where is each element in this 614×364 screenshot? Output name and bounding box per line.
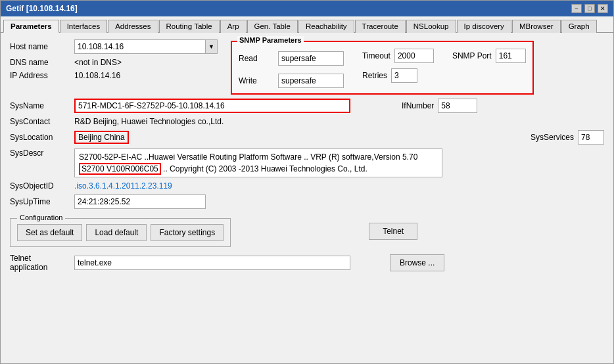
sysdescr-label: SysDescr xyxy=(10,148,69,158)
ifnumber-input[interactable] xyxy=(438,99,477,113)
ipaddress-row: IP Address 10.108.14.16 xyxy=(10,71,218,80)
window-title: Getif [10.108.14.16] xyxy=(6,4,78,13)
snmp-write-input[interactable] xyxy=(278,74,344,88)
syslocation-value: Beijing China xyxy=(74,131,129,144)
syscontact-label: SysContact xyxy=(10,117,69,126)
retries-row: Retries xyxy=(362,68,434,83)
telnet-app-input[interactable] xyxy=(74,256,350,270)
sysservices-input[interactable] xyxy=(578,130,604,145)
snmp-write-row: Write xyxy=(239,74,344,88)
retries-label: Retries xyxy=(362,71,387,80)
main-window: Getif [10.108.14.16] − □ ✕ Parameters In… xyxy=(0,0,614,364)
retries-input[interactable] xyxy=(391,68,417,83)
ipaddress-label: IP Address xyxy=(10,71,69,80)
sysname-input[interactable] xyxy=(74,99,350,113)
sysobjectid-label: SysObjectID xyxy=(10,181,69,191)
snmp-group: SNMP Parameters Read Write xyxy=(231,41,534,95)
dnsname-label: DNS name xyxy=(10,58,69,67)
tab-nslookup[interactable]: NSLookup xyxy=(406,20,456,33)
config-section: Configuration Set as default Load defaul… xyxy=(10,216,604,247)
sysservices-section: SysServices xyxy=(531,130,604,145)
timeout-row: Timeout xyxy=(362,49,434,63)
telnet-app-label: Telnet application xyxy=(10,254,69,272)
left-params: Host name ▼ DNS name <not in DNS> IP Add… xyxy=(10,39,218,80)
syslocation-row: SysLocation Beijing China SysServices xyxy=(10,130,604,145)
sysobjectid-row: SysObjectID .iso.3.6.1.4.1.2011.2.23.119 xyxy=(10,181,604,191)
sysdescr-highlight: S2700 V100R006C05 xyxy=(79,163,161,175)
config-group: Configuration Set as default Load defaul… xyxy=(10,218,231,247)
hostname-label: Host name xyxy=(10,42,69,51)
ifnumber-label: IfNumber xyxy=(402,101,434,110)
window-controls: − □ ✕ xyxy=(571,4,608,13)
config-group-title: Configuration xyxy=(17,214,65,221)
set-default-button[interactable]: Set as default xyxy=(17,224,82,241)
top-params-section: Host name ▼ DNS name <not in DNS> IP Add… xyxy=(10,39,604,95)
ifnumber-section: IfNumber xyxy=(382,99,477,113)
sysobjectid-link[interactable]: .iso.3.6.1.4.1.2011.2.23.119 xyxy=(74,181,172,191)
sysname-row: SysName IfNumber xyxy=(10,99,604,113)
tab-traceroute[interactable]: Traceroute xyxy=(355,20,406,33)
dnsname-row: DNS name <not in DNS> xyxy=(10,58,218,67)
load-default-button[interactable]: Load default xyxy=(86,224,147,241)
tabs-bar: Parameters Interfaces Addresses Routing … xyxy=(1,16,613,33)
sysname-label: SysName xyxy=(10,101,69,110)
snmpport-section: SNMP Port xyxy=(452,49,526,63)
telnet-application-row: Telnet application Browse ... xyxy=(10,254,604,272)
tab-ip-discovery[interactable]: Ip discovery xyxy=(457,20,511,33)
timeout-retries-section: Timeout Retries xyxy=(362,49,434,83)
minimize-button[interactable]: − xyxy=(571,4,582,13)
tab-arp[interactable]: Arp xyxy=(220,20,247,33)
tab-mbrowser[interactable]: MBrowser xyxy=(512,20,561,33)
sysservices-label: SysServices xyxy=(531,133,574,142)
tab-interfaces[interactable]: Interfaces xyxy=(60,20,108,33)
factory-settings-button[interactable]: Factory settings xyxy=(151,224,224,241)
timeout-input[interactable] xyxy=(394,49,434,63)
snmp-read-input[interactable] xyxy=(278,51,344,66)
ipaddress-value: 10.108.14.16 xyxy=(74,71,120,80)
content-area: Host name ▼ DNS name <not in DNS> IP Add… xyxy=(1,33,613,363)
sysdescr-box: S2700-52P-EI-AC ..Huawei Versatile Routi… xyxy=(74,148,442,177)
sysdescr-text2: .. Copyright (C) 2003 -2013 Huawei Techn… xyxy=(161,164,367,173)
syscontact-value: R&D Beijing, Huawei Technologies co.,Ltd… xyxy=(74,117,224,126)
tab-parameters[interactable]: Parameters xyxy=(3,20,59,33)
sysdescr-text1: S2700-52P-EI-AC ..Huawei Versatile Routi… xyxy=(79,152,417,162)
tab-gen-table[interactable]: Gen. Table xyxy=(247,20,298,33)
title-bar: Getif [10.108.14.16] − □ ✕ xyxy=(1,1,613,16)
telnet-button[interactable]: Telnet xyxy=(369,223,417,240)
sysdescr-row: SysDescr S2700-52P-EI-AC ..Huawei Versat… xyxy=(10,148,604,177)
syslocation-label: SysLocation xyxy=(10,133,69,142)
hostname-dropdown-wrapper: ▼ xyxy=(74,39,218,54)
maximize-button[interactable]: □ xyxy=(584,4,595,13)
syscontact-row: SysContact R&D Beijing, Huawei Technolog… xyxy=(10,117,604,126)
snmp-read-label: Read xyxy=(239,54,265,63)
tab-reachability[interactable]: Reachability xyxy=(298,20,354,33)
snmpport-label: SNMP Port xyxy=(452,51,492,60)
sysuptime-label: SysUpTime xyxy=(10,197,69,206)
sysuptime-row: SysUpTime xyxy=(10,194,604,209)
tab-graph[interactable]: Graph xyxy=(561,20,597,33)
hostname-dropdown-arrow[interactable]: ▼ xyxy=(206,39,218,54)
snmp-group-title: SNMP Parameters xyxy=(237,36,304,44)
snmpport-input[interactable] xyxy=(496,49,526,63)
hostname-input[interactable] xyxy=(74,39,206,54)
sysuptime-input[interactable] xyxy=(74,194,206,209)
browse-button[interactable]: Browse ... xyxy=(390,254,444,271)
hostname-row: Host name ▼ xyxy=(10,39,218,54)
snmp-write-label: Write xyxy=(239,76,265,85)
snmp-read-row: Read xyxy=(239,51,344,66)
dnsname-value: <not in DNS> xyxy=(74,58,122,67)
close-button[interactable]: ✕ xyxy=(598,4,608,13)
tab-routing-table[interactable]: Routing Table xyxy=(159,20,220,33)
timeout-label: Timeout xyxy=(362,51,390,60)
tab-addresses[interactable]: Addresses xyxy=(108,20,158,33)
